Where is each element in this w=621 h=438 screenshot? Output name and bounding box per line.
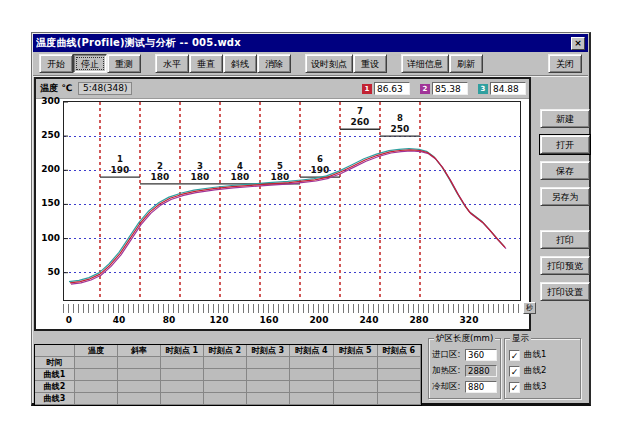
set-timepoints-button[interactable]: 设时刻点 <box>305 54 353 73</box>
x-tick-label: 200 <box>310 315 329 325</box>
close-button[interactable]: 关闭 <box>548 54 582 73</box>
zone-field-value[interactable]: 2880 <box>465 365 497 377</box>
table-cell[interactable] <box>247 369 290 381</box>
details-button[interactable]: 详细信息 <box>401 54 449 73</box>
retest-button[interactable]: 重测 <box>107 54 141 73</box>
curve-曲线3 <box>69 149 504 282</box>
table-cell[interactable] <box>161 381 204 393</box>
open-button[interactable]: 打开 <box>540 135 590 154</box>
curve3-value: 84.88 <box>490 82 526 95</box>
curve2-color-chip: 2 <box>420 84 430 94</box>
table-cell[interactable] <box>118 357 161 369</box>
table-col-header: 时刻点 1 <box>161 345 204 357</box>
readout-curve2: 285.38 <box>420 82 468 95</box>
display-checkbox-row: ✓曲线1 <box>505 347 580 363</box>
refresh-button[interactable]: 刷新 <box>449 54 483 73</box>
curve-曲线1 <box>70 150 505 283</box>
table-cell[interactable] <box>118 381 161 393</box>
chart-header: 温度 ℃ 5:48(348) 186.63285.38384.88 <box>36 79 529 99</box>
x-tick-label: 0 <box>66 315 72 325</box>
table-cell[interactable] <box>161 357 204 369</box>
table-cell[interactable] <box>204 393 247 405</box>
zone-number-label: 6 <box>317 154 323 164</box>
erase-button[interactable]: 消除 <box>257 54 291 73</box>
start-button[interactable]: 开始 <box>39 54 73 73</box>
readout-curve1: 186.63 <box>362 82 410 95</box>
stop-button[interactable]: 停止 <box>73 54 107 73</box>
horizontal-button[interactable]: 水平 <box>155 54 189 73</box>
table-cell[interactable] <box>204 369 247 381</box>
save-as-button[interactable]: 另存为 <box>540 187 590 206</box>
save-button[interactable]: 保存 <box>540 161 590 180</box>
table-cell[interactable] <box>334 369 378 381</box>
table-row-header: 曲线1 <box>35 369 75 381</box>
x-tick-label: 40 <box>113 315 126 325</box>
table-col-header: 温度 <box>75 345 118 357</box>
table-cell[interactable] <box>204 357 247 369</box>
zone-number-label: 8 <box>397 113 403 123</box>
table-cell[interactable] <box>290 357 334 369</box>
new-button[interactable]: 新建 <box>540 109 590 128</box>
zone-field-value[interactable]: 360 <box>465 349 497 361</box>
table-col-header: 时刻点 5 <box>334 345 378 357</box>
table-cell[interactable] <box>378 381 421 393</box>
zone-temp-label: 180 <box>151 172 170 182</box>
zone-field-row: 进口区:360 <box>429 347 500 363</box>
table-cell[interactable] <box>334 357 378 369</box>
table-row-header: 曲线2 <box>35 381 75 393</box>
table-cell[interactable] <box>247 381 290 393</box>
profile-plot[interactable]: 11902180318041805180619072608250 <box>63 101 521 301</box>
display-group: 显示 ✓曲线1✓曲线2✓曲线3 <box>504 338 581 399</box>
curve1-color-chip: 1 <box>362 84 372 94</box>
table-col-header: 时刻点 2 <box>204 345 247 357</box>
zone-temp-label: 180 <box>191 172 210 182</box>
y-tick-label: 100 <box>36 233 60 243</box>
print-preview-button[interactable]: 打印预览 <box>540 256 590 275</box>
table-cell[interactable] <box>118 369 161 381</box>
curve1-value: 86.63 <box>374 82 410 95</box>
table-cell[interactable] <box>334 381 378 393</box>
zone-temp-label: 190 <box>111 165 130 175</box>
table-cell[interactable] <box>290 381 334 393</box>
print-setup-button[interactable]: 打印设置 <box>540 282 590 301</box>
table-cell[interactable] <box>75 357 118 369</box>
reset-button[interactable]: 重设 <box>353 54 387 73</box>
table-cell[interactable] <box>290 393 334 405</box>
app-window: 温度曲线(Profile)测试与分析 -- 005.wdx × 开始停止重测水平… <box>31 32 591 406</box>
vertical-button[interactable]: 垂直 <box>189 54 223 73</box>
table-cell[interactable] <box>75 381 118 393</box>
time-ruler[interactable] <box>63 304 521 313</box>
seconds-unit-button[interactable]: 秒 <box>523 302 536 314</box>
temperature-readouts: 186.63285.38384.88 <box>362 82 526 95</box>
table-cell[interactable] <box>290 369 334 381</box>
curve1-checkbox[interactable]: ✓ <box>509 350 520 361</box>
table-cell[interactable] <box>204 381 247 393</box>
close-icon[interactable]: × <box>571 37 585 50</box>
table-cell[interactable] <box>334 393 378 405</box>
table-col-header: 时刻点 6 <box>378 345 421 357</box>
x-tick-label: 120 <box>210 315 229 325</box>
curve2-checkbox[interactable]: ✓ <box>509 366 520 377</box>
zone-field-value[interactable]: 880 <box>465 381 497 393</box>
y-tick-label: 200 <box>36 164 60 174</box>
table-cell[interactable] <box>247 357 290 369</box>
title-bar[interactable]: 温度曲线(Profile)测试与分析 -- 005.wdx × <box>33 34 588 52</box>
table-cell[interactable] <box>378 357 421 369</box>
table-cell[interactable] <box>378 369 421 381</box>
table-cell[interactable] <box>378 393 421 405</box>
curve3-checkbox[interactable]: ✓ <box>509 382 520 393</box>
table-cell[interactable] <box>75 369 118 381</box>
zone-temp-label: 250 <box>391 124 410 134</box>
table-cell[interactable] <box>161 393 204 405</box>
print-button[interactable]: 打印 <box>540 230 590 249</box>
toolbar: 开始停止重测水平垂直斜线消除设时刻点重设详细信息刷新关闭 <box>33 52 588 76</box>
table-cell[interactable] <box>75 393 118 405</box>
y-tick-label: 50 <box>36 267 60 277</box>
diagonal-button[interactable]: 斜线 <box>223 54 257 73</box>
table-cell[interactable] <box>247 393 290 405</box>
y-tick-label: 300 <box>36 96 60 106</box>
table-col-header <box>35 345 75 357</box>
x-tick-label: 240 <box>360 315 379 325</box>
table-cell[interactable] <box>161 369 204 381</box>
table-cell[interactable] <box>118 393 161 405</box>
